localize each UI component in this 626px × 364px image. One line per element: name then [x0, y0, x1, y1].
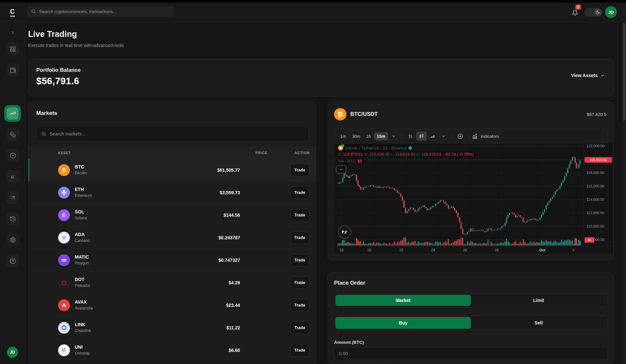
- order-type-market[interactable]: Market: [335, 295, 471, 306]
- asset-name: Avalanche: [75, 306, 93, 310]
- trade-button[interactable]: Trade: [290, 164, 309, 176]
- volume-axis-label: 65: [585, 237, 594, 243]
- asset-symbol: DOT: [75, 277, 85, 282]
- sidebar-item-history[interactable]: [6, 212, 19, 225]
- trade-button[interactable]: Trade: [290, 254, 309, 266]
- order-type-segment: MarketLimit: [334, 293, 608, 307]
- market-row-link[interactable]: LINKChainlink$11.22Trade: [28, 317, 316, 339]
- trading-pair: BTC/USDT: [350, 111, 377, 117]
- page-scrollbar[interactable]: [622, 3, 626, 364]
- order-type-limit[interactable]: Limit: [471, 295, 606, 306]
- markets-search[interactable]: [36, 126, 309, 141]
- legend-title: Bitcoin / TetherUS · 15 · Binance: [345, 146, 407, 150]
- svg-text:26: 26: [463, 248, 467, 252]
- legend-btc-icon: ₿: [338, 145, 343, 150]
- sidebar-avatar[interactable]: JD: [7, 347, 18, 358]
- markets-search-input[interactable]: [50, 131, 304, 136]
- sidebar-item-assets[interactable]: [6, 128, 19, 141]
- btc-icon: ₿: [58, 164, 70, 176]
- percent-button-1[interactable]: [334, 362, 354, 364]
- time-axis: 182022242628Oct3: [340, 248, 574, 252]
- ohlc-value: 119,979.81: [343, 152, 363, 157]
- interval-button-30m[interactable]: 30m: [349, 132, 363, 140]
- trading-app: C 2 JD: [0, 0, 626, 364]
- chart-canvas[interactable]: 122,000.00120,000.00118,000.00116,000.00…: [334, 143, 613, 254]
- sidebar-item-withdrawals[interactable]: [6, 191, 19, 204]
- moon-icon: [594, 8, 602, 16]
- sidebar-item-wallet[interactable]: [6, 64, 19, 77]
- market-row-eth[interactable]: ETHEthereum$3,559.73Trade: [28, 182, 316, 204]
- toolbar-divider: [469, 133, 469, 140]
- trade-button[interactable]: Trade: [290, 299, 309, 311]
- interval-button-15m[interactable]: 15m: [374, 132, 388, 140]
- sidebar-item-deposits[interactable]: [6, 170, 19, 183]
- trade-button[interactable]: Trade: [290, 277, 309, 289]
- trade-button[interactable]: Trade: [290, 231, 309, 244]
- view-assets-button[interactable]: View Assets: [571, 73, 605, 78]
- style-dropdown-button[interactable]: [439, 132, 449, 141]
- theme-toggle[interactable]: [585, 8, 602, 17]
- chevron-down-icon: [600, 73, 605, 78]
- sidebar-item-dashboard[interactable]: [6, 42, 19, 55]
- market-row-avax[interactable]: AVAXAvalanche$23.44Trade: [28, 294, 316, 317]
- asset-name: Cardano: [75, 238, 90, 243]
- interval-button-1m[interactable]: 1m: [338, 132, 349, 140]
- ohlc-value: 119,919.00: [395, 152, 415, 157]
- order-side-sell[interactable]: Sell: [471, 317, 606, 329]
- active-item-highlight: [7, 107, 19, 119]
- svg-text:65: 65: [587, 238, 591, 242]
- tradingview-logo[interactable]: [338, 226, 351, 239]
- sidebar-item-orders[interactable]: [6, 149, 19, 162]
- area-style-button[interactable]: [427, 132, 438, 141]
- sidebar-item-help[interactable]: [6, 254, 19, 267]
- bars-style-button[interactable]: [405, 132, 416, 141]
- trade-button[interactable]: Trade: [290, 209, 309, 221]
- dot-icon: [58, 277, 70, 289]
- sidebar-item-settings[interactable]: [6, 233, 19, 246]
- amount-input[interactable]: [339, 351, 603, 356]
- markets-rows: ₿BTCBitcoin$61,505.77TradeETHEthereum$3,…: [28, 159, 316, 362]
- uni-icon: [58, 344, 70, 356]
- market-row-btc[interactable]: ₿BTCBitcoin$61,505.77Trade: [28, 159, 316, 182]
- asset-symbol: ADA: [75, 232, 85, 237]
- svg-text:28: 28: [495, 248, 499, 252]
- coins-icon: [10, 132, 16, 138]
- market-row-uni[interactable]: UNIUniswap$6.60Trade: [28, 339, 316, 362]
- asset-price: $3,559.73: [220, 190, 240, 195]
- percent-button-3[interactable]: [378, 362, 393, 364]
- candlestick-chart[interactable]: 122,000.00120,000.00118,000.00116,000.00…: [334, 143, 613, 254]
- chevron-down-icon: [441, 134, 446, 138]
- global-search-input[interactable]: [39, 9, 170, 14]
- active-row-indicator: [28, 159, 29, 181]
- chart-toolbar: 1m30m1h15m Indica: [334, 129, 608, 143]
- order-side-buy[interactable]: Buy: [335, 317, 471, 329]
- user-avatar[interactable]: JD: [605, 6, 617, 18]
- market-row-matic[interactable]: MATICPolygon$0.747327Trade: [28, 249, 316, 272]
- asset-symbol: AVAX: [75, 299, 87, 305]
- trade-button[interactable]: Trade: [290, 322, 309, 334]
- trade-button[interactable]: Trade: [290, 186, 309, 199]
- market-row-sol[interactable]: SOLSolana$144.56Trade: [28, 204, 316, 227]
- interval-button-1h[interactable]: 1h: [363, 132, 373, 140]
- chart-legend[interactable]: ₿ Bitcoin / TetherUS · 15 · Binance: [336, 145, 414, 151]
- ohlc-key: H: [364, 152, 367, 157]
- candles-style-button[interactable]: [416, 132, 427, 141]
- scrollbar-thumb[interactable]: [623, 23, 625, 121]
- market-row-dot[interactable]: DOTPolkadot$4.29Trade: [28, 272, 316, 294]
- sidebar-expand-button[interactable]: [8, 28, 17, 37]
- app-logo[interactable]: C: [0, 3, 25, 22]
- asset-name: Chainlink: [75, 328, 91, 333]
- global-search[interactable]: [27, 6, 174, 17]
- amount-field[interactable]: [334, 347, 608, 360]
- trade-button[interactable]: Trade: [290, 344, 309, 356]
- market-row-ada[interactable]: ADACardano$0.243787Trade: [28, 227, 316, 249]
- asset-symbol: UNI: [75, 344, 83, 350]
- ohlc-key: C: [417, 152, 420, 157]
- logo-underline: [10, 16, 15, 17]
- interval-dropdown-button[interactable]: [389, 132, 399, 141]
- sidebar-item-trading-active[interactable]: [4, 105, 21, 122]
- compare-button[interactable]: [455, 132, 466, 141]
- indicators-button[interactable]: Indicators: [472, 133, 499, 139]
- percent-button-2[interactable]: [358, 362, 375, 364]
- legend-collapse-button[interactable]: [336, 166, 346, 173]
